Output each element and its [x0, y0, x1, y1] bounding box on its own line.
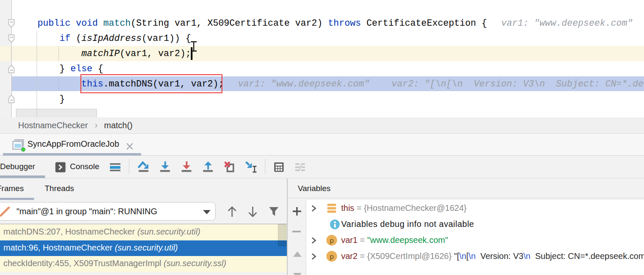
svg-text:p: p — [330, 253, 334, 261]
svg-text:p: p — [330, 237, 334, 245]
